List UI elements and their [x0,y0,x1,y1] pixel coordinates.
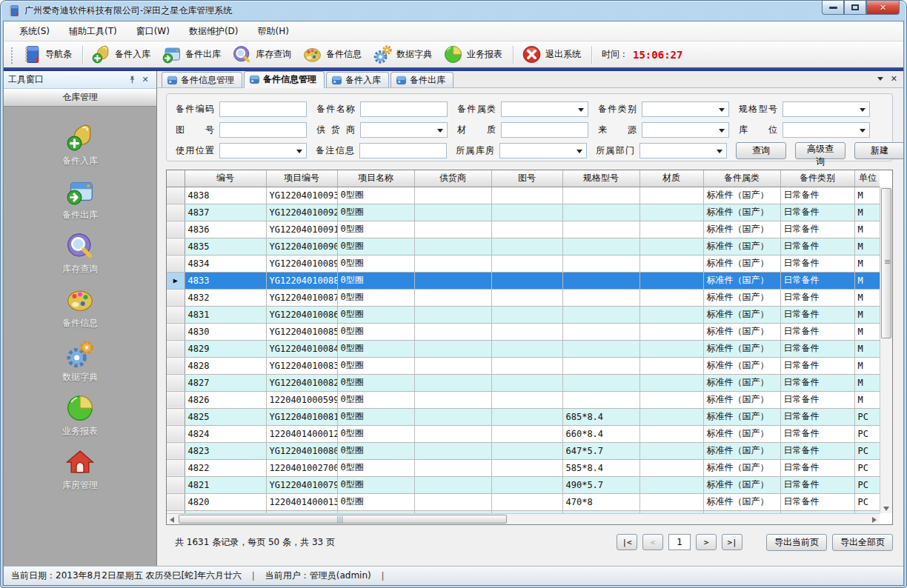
table-row[interactable]: ▶4833YG122040100880型圈标准件（国产）日常备件M [167,272,880,289]
table-row[interactable]: 4835YG122040100900型圈标准件（国产）日常备件M [167,238,880,255]
warehouse-combo[interactable] [499,143,587,158]
table-row[interactable]: 4832YG122040100870型圈标准件（国产）日常备件M [167,289,880,306]
row-selector-cell[interactable] [167,323,185,340]
horizontal-scrollbar-thumb[interactable] [179,515,507,524]
column-header[interactable]: 备件属类 [703,170,780,187]
vertical-scrollbar-thumb[interactable] [881,188,891,338]
row-selector-cell[interactable]: ▶ [167,272,185,289]
column-header[interactable]: 供货商 [414,170,491,187]
close-button[interactable]: ✕ [866,1,900,15]
row-selector-cell[interactable] [167,340,185,357]
table-row[interactable]: 4837YG122040100920型圈标准件（国产）日常备件M [167,204,880,221]
department-combo[interactable] [639,143,727,158]
table-row[interactable]: 4838YG122040100930型圈标准件（国产）日常备件M [167,187,880,204]
menu-system[interactable]: 系统(S) [10,22,59,41]
part-genre-combo[interactable] [501,101,588,117]
table-row[interactable]: 4828YG122040100830型圈标准件（国产）日常备件M [167,357,880,374]
advanced-query-button[interactable]: 高级查询 [795,142,845,159]
supplier-combo[interactable] [360,122,448,138]
column-header[interactable]: 项目名称 [337,170,414,187]
source-combo[interactable] [642,122,729,138]
column-header[interactable]: 规格型号 [562,170,639,187]
minimize-button[interactable] [822,1,844,15]
page-number-input[interactable] [668,534,691,550]
toolbar-data-dictionary[interactable]: 数据字典 [368,42,439,67]
table-row[interactable]: 482612204010005990型圈标准件（国产）日常备件M [167,391,880,408]
tab-close-button[interactable]: ✕ [891,74,897,84]
part-code-input[interactable] [219,101,307,117]
next-page-button[interactable]: > [696,534,717,550]
column-header[interactable]: 图号 [491,170,562,187]
table-row[interactable]: 4825YG122040100810型圈685*8.4标准件（国产）日常备件PC [167,408,880,425]
row-selector-cell[interactable] [167,204,185,221]
tab-parts-outbound[interactable]: 备件出库 [391,72,454,87]
row-selector-cell[interactable] [167,289,185,306]
sidebar-item-parts-outbound[interactable]: 备件出库 [36,177,124,221]
toolbar-nav-strip[interactable]: 导航条 [17,42,79,67]
table-row[interactable]: 4831YG122040100860型圈标准件（国产）日常备件M [167,306,880,323]
toolbar-parts-info[interactable]: 备件信息 [298,42,368,67]
column-header[interactable]: 单位 [854,170,880,187]
remark-input[interactable] [359,143,447,158]
row-selector-cell[interactable] [167,408,185,425]
toolbar-grip[interactable] [10,46,14,64]
row-selector-cell[interactable] [167,238,185,255]
sidebar-item-stock-query[interactable]: 库存查询 [36,231,124,275]
sidebar-item-warehouse-management[interactable]: 库房管理 [36,447,124,492]
toolbar-parts-outbound[interactable]: 备件出库 [157,42,227,67]
menu-help[interactable]: 帮助(H) [248,22,299,41]
table-row[interactable]: 4830YG122040100850型圈标准件（国产）日常备件M [167,323,880,340]
new-button[interactable]: 新建 [854,142,903,159]
tool-window-close-button[interactable]: ✕ [139,74,152,86]
row-selector-cell[interactable] [167,357,185,374]
menu-window[interactable]: 窗口(W) [127,22,179,41]
first-page-button[interactable]: |< [617,534,637,550]
column-header[interactable]: 编号 [185,170,266,187]
usage-position-combo[interactable] [219,143,307,158]
toolbar-stock-query[interactable]: 库存查询 [227,42,298,67]
sidebar-item-data-dictionary[interactable]: 数据字典 [36,339,124,384]
maximize-button[interactable] [844,1,866,15]
table-row[interactable]: 4821YG122040100790型圈490*5.7标准件（国产）日常备件PC [167,476,880,493]
row-selector-cell[interactable] [167,306,185,323]
material-input[interactable] [501,122,588,138]
table-row[interactable]: 482212204010027000型圈585*8.4标准件（国产）日常备件PC [167,459,880,476]
row-selector-cell[interactable] [167,425,185,442]
vertical-scrollbar[interactable] [880,187,892,513]
toolbar-business-report[interactable]: 业务报表 [439,42,509,67]
query-button[interactable]: 查询 [736,142,786,159]
tab-parts-info-mgmt-1[interactable]: 备件信息管理 [162,72,242,87]
title-bar[interactable]: 广州爱奇迪软件科技有限公司-深田之星仓库管理系统 ✕ [3,1,904,21]
row-selector-cell[interactable] [167,442,185,459]
export-all-pages-button[interactable]: 导出全部页 [832,534,893,551]
toolbar-exit-system[interactable]: 退出系统 [517,42,588,67]
sidebar-item-business-report[interactable]: 业务报表 [36,393,124,438]
table-row[interactable]: 482012204014000130型圈470*8标准件（国产）日常备件PC [167,493,880,510]
drawing-no-input[interactable] [219,122,307,138]
table-row[interactable]: 4829YG122040100840型圈标准件（国产）日常备件M [167,340,880,357]
warehouse-section-header[interactable]: 仓库管理 [4,89,156,107]
column-header[interactable]: 备件类别 [780,170,854,187]
horizontal-scrollbar[interactable] [167,513,880,524]
tab-list-dropdown-icon[interactable] [877,77,883,81]
row-selector-cell[interactable] [167,459,185,476]
table-row[interactable]: 482412204014000120型圈660*8.4标准件（国产）日常备件PC [167,425,880,442]
export-current-page-button[interactable]: 导出当前页 [766,534,827,551]
table-row[interactable]: 4823YG122040100800型圈647*5.7标准件（国产）日常备件PC [167,442,880,459]
menu-aux-tools[interactable]: 辅助工具(T) [59,22,127,41]
column-header[interactable]: 项目编号 [266,170,337,187]
row-selector-cell[interactable] [167,476,185,493]
table-row[interactable]: 4836YG122040100910型圈标准件（国产）日常备件M [167,221,880,238]
tab-parts-inbound[interactable]: 备件入库 [326,72,389,87]
column-header[interactable]: 材质 [639,170,703,187]
row-selector-cell[interactable] [167,255,185,272]
menu-data-maintenance[interactable]: 数据维护(D) [179,22,248,41]
row-selector-header[interactable] [167,170,185,187]
scroll-left-icon[interactable] [170,517,174,523]
table-row[interactable]: 4827YG122040100820型圈标准件（国产）日常备件M [167,374,880,391]
row-selector-cell[interactable] [167,221,185,238]
row-selector-cell[interactable] [167,493,185,510]
row-selector-cell[interactable] [167,187,185,204]
part-category-combo[interactable] [642,101,729,117]
sidebar-item-parts-info[interactable]: 备件信息 [36,285,124,330]
